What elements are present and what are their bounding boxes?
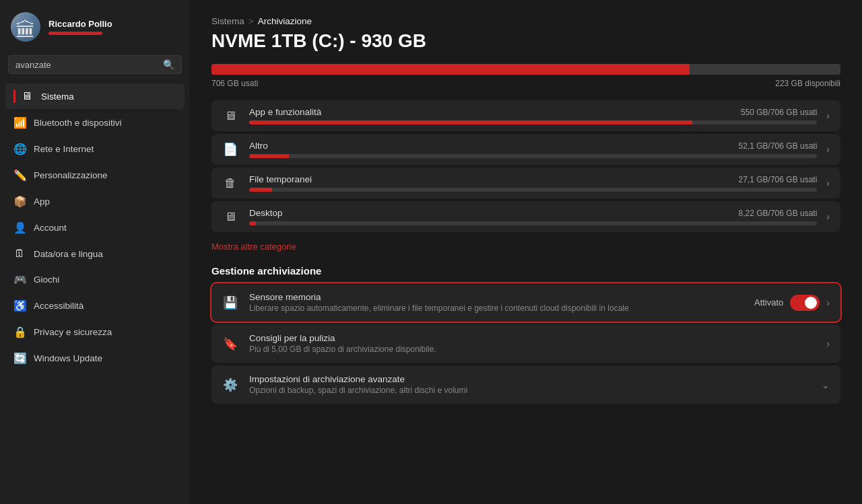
sidebar-item-bluetooth[interactable]: 📶 Bluetooth e dispositivi — [5, 110, 185, 135]
chevron-right-icon: › — [826, 178, 830, 188]
cat-size-altro: 52,1 GB/706 GB usati — [739, 141, 818, 151]
sidebar-item-rete[interactable]: 🌐 Rete e Internet — [5, 137, 185, 161]
cat-bar-outer-altro — [249, 154, 817, 158]
chevron-right-icon: › — [826, 297, 830, 308]
user-bar-decoration — [48, 32, 102, 35]
mgmt-desc-impostazioni: Opzioni di backup, spazi di archiviazion… — [249, 386, 812, 395]
category-row-temp[interactable]: 🗑 File temporanei 27,1 GB/706 GB usati › — [211, 168, 840, 199]
mgmt-icon-sensore: 💾 — [221, 295, 240, 310]
mgmt-title-consigli: Consigli per la pulizia — [249, 333, 817, 343]
mgmt-content-impostazioni: Impostazioni di archiviazione avanzate O… — [249, 374, 812, 395]
search-input[interactable] — [15, 60, 158, 70]
cat-icon-temp: 🗑 — [221, 176, 240, 190]
storage-bar-outer — [211, 64, 840, 75]
nav-icon-giochi: 🎮 — [13, 273, 26, 286]
chevron-right-icon: › — [826, 211, 830, 222]
mgmt-row-impostazioni[interactable]: ⚙️ Impostazioni di archiviazione avanzat… — [211, 365, 840, 404]
mgmt-icon-impostazioni: ⚙️ — [221, 377, 240, 392]
mgmt-row-sensore[interactable]: 💾 Sensore memoria Liberare spazio automa… — [211, 283, 840, 322]
sidebar-label-rete: Rete e Internet — [34, 144, 94, 154]
cat-size-desktop: 8,22 GB/706 GB usati — [739, 209, 818, 218]
sidebar-item-accessibilita[interactable]: ♿ Accessibilità — [5, 293, 185, 318]
sidebar-label-account: Account — [34, 223, 67, 233]
sidebar-label-winupdate: Windows Update — [34, 353, 102, 363]
storage-available-label: 223 GB disponibili — [775, 79, 840, 88]
chevron-down-icon: ⌄ — [822, 380, 830, 390]
sidebar-item-account[interactable]: 👤 Account — [5, 215, 185, 240]
nav-icon-personalizzazione: ✏️ — [13, 169, 26, 182]
cat-bar-fill-altro — [249, 154, 289, 158]
chevron-right-icon: › — [826, 110, 830, 121]
mgmt-status-sensore: Attivato — [754, 297, 783, 308]
chevron-right-icon: › — [826, 144, 830, 155]
cat-bar-outer-temp — [249, 188, 817, 192]
avatar: 🏛 — [11, 12, 40, 42]
nav-list: 🖥 Sistema 📶 Bluetooth e dispositivi 🌐 Re… — [0, 81, 190, 373]
mgmt-content-sensore: Sensore memoria Liberare spazio automati… — [249, 292, 745, 313]
mgmt-section-title: Gestione archiviazione — [211, 265, 840, 277]
storage-used-label: 706 GB usati — [211, 79, 258, 88]
sidebar-label-privacy: Privacy e sicurezza — [34, 327, 112, 337]
cat-content-temp: File temporanei 27,1 GB/706 GB usati — [249, 174, 817, 192]
main-content: Sistema > Archiviazione NVME 1TB (C:) - … — [190, 0, 862, 504]
mgmt-icon-consigli: 🔖 — [221, 336, 240, 351]
breadcrumb: Sistema > Archiviazione — [211, 16, 840, 26]
mgmt-desc-sensore: Liberare spazio automaticamente, elimina… — [249, 303, 745, 313]
cat-name-altro: Altro — [249, 141, 268, 151]
cat-bar-fill-app — [249, 120, 692, 124]
mgmt-title-impostazioni: Impostazioni di archiviazione avanzate — [249, 374, 812, 384]
breadcrumb-current: Archiviazione — [258, 16, 312, 26]
categories-list: 🖥 App e funzionalità 550 GB/706 GB usati… — [211, 100, 840, 232]
user-info: Riccardo Pollio — [48, 19, 112, 35]
nav-icon-account: 👤 — [13, 221, 26, 234]
nav-icon-app: 📦 — [13, 195, 26, 208]
cat-bar-fill-temp — [249, 188, 272, 192]
nav-icon-winupdate: 🔄 — [13, 352, 26, 365]
sidebar-label-personalizzazione: Personalizzazione — [34, 170, 108, 180]
mgmt-row-consigli[interactable]: 🔖 Consigli per la pulizia Più di 5,00 GB… — [211, 324, 840, 363]
category-row-app[interactable]: 🖥 App e funzionalità 550 GB/706 GB usati… — [211, 100, 840, 131]
sidebar-item-data[interactable]: 🗓 Data/ora e lingua — [5, 242, 185, 266]
nav-icon-data: 🗓 — [13, 248, 26, 260]
mgmt-content-consigli: Consigli per la pulizia Più di 5,00 GB d… — [249, 333, 817, 354]
sidebar-item-personalizzazione[interactable]: ✏️ Personalizzazione — [5, 163, 185, 188]
category-row-altro[interactable]: 📄 Altro 52,1 GB/706 GB usati › — [211, 134, 840, 165]
sidebar-label-data: Data/ora e lingua — [34, 249, 103, 259]
sidebar-item-sistema[interactable]: 🖥 Sistema — [5, 83, 185, 109]
nav-icon-bluetooth: 📶 — [13, 116, 26, 129]
sidebar-item-giochi[interactable]: 🎮 Giochi — [5, 267, 185, 292]
cat-name-temp: File temporanei — [249, 174, 312, 184]
sidebar: 🏛 Riccardo Pollio 🔍 🖥 Sistema 📶 Bluetoot… — [0, 0, 190, 504]
nav-icon-privacy: 🔒 — [13, 326, 26, 338]
cat-bar-outer-desktop — [249, 221, 817, 225]
show-more-link[interactable]: Mostra altre categorie — [211, 242, 296, 252]
cat-content-altro: Altro 52,1 GB/706 GB usati — [249, 141, 817, 158]
sidebar-label-sistema: Sistema — [41, 92, 74, 102]
category-row-desktop[interactable]: 🖥 Desktop 8,22 GB/706 GB usati › — [211, 201, 840, 232]
cat-size-temp: 27,1 GB/706 GB usati — [739, 175, 818, 184]
user-name: Riccardo Pollio — [48, 19, 112, 29]
chevron-right-icon: › — [826, 338, 830, 349]
mgmt-title-sensore: Sensore memoria — [249, 292, 745, 302]
mgmt-desc-consigli: Più di 5,00 GB di spazio di archiviazion… — [249, 345, 817, 354]
sidebar-label-bluetooth: Bluetooth e dispositivi — [34, 118, 122, 128]
search-box[interactable]: 🔍 — [8, 55, 182, 74]
toggle-sensore[interactable] — [790, 295, 820, 311]
mgmt-list: 💾 Sensore memoria Liberare spazio automa… — [211, 283, 840, 404]
cat-icon-app: 🖥 — [221, 109, 240, 123]
sidebar-item-privacy[interactable]: 🔒 Privacy e sicurezza — [5, 320, 185, 345]
breadcrumb-parent[interactable]: Sistema — [211, 16, 244, 26]
sidebar-label-giochi: Giochi — [34, 275, 59, 285]
sidebar-item-app[interactable]: 📦 App — [5, 189, 185, 214]
storage-bar-container: 706 GB usati 223 GB disponibili — [211, 64, 840, 88]
search-icon: 🔍 — [163, 59, 174, 70]
cat-icon-altro: 📄 — [221, 142, 240, 157]
nav-icon-sistema: 🖥 — [21, 90, 33, 102]
user-profile: 🏛 Riccardo Pollio — [0, 0, 190, 51]
cat-size-app: 550 GB/706 GB usati — [741, 108, 817, 117]
cat-content-desktop: Desktop 8,22 GB/706 GB usati — [249, 208, 817, 225]
sidebar-item-winupdate[interactable]: 🔄 Windows Update — [5, 346, 185, 371]
cat-bar-fill-desktop — [249, 221, 256, 225]
nav-icon-accessibilita: ♿ — [13, 299, 26, 312]
page-title: NVME 1TB (C:) - 930 GB — [211, 30, 840, 52]
